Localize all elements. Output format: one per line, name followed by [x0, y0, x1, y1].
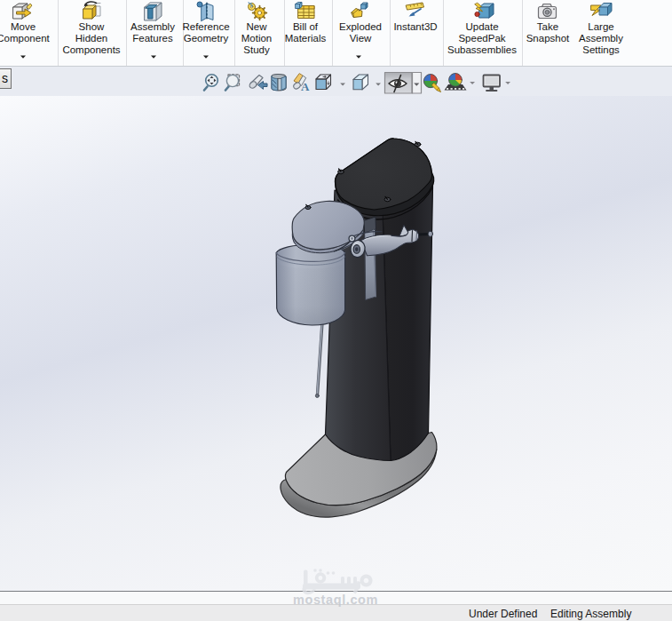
svg-text:mostaql.com: mostaql.com	[293, 593, 378, 607]
svg-text:A: A	[301, 80, 310, 93]
